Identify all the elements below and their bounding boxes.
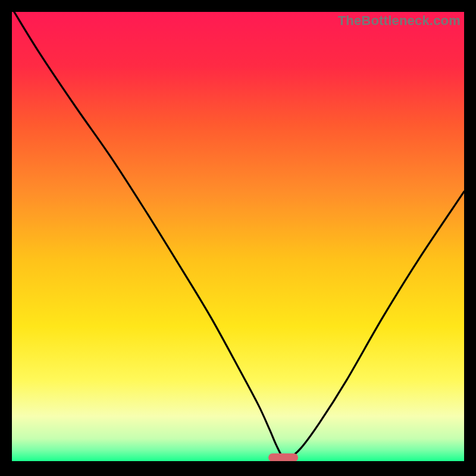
plot-area: TheBottleneck.com [12,12,464,461]
bottleneck-curve [12,12,464,461]
chart-frame: TheBottleneck.com [12,12,464,464]
optimum-marker [268,453,298,461]
watermark-text: TheBottleneck.com [338,13,461,29]
